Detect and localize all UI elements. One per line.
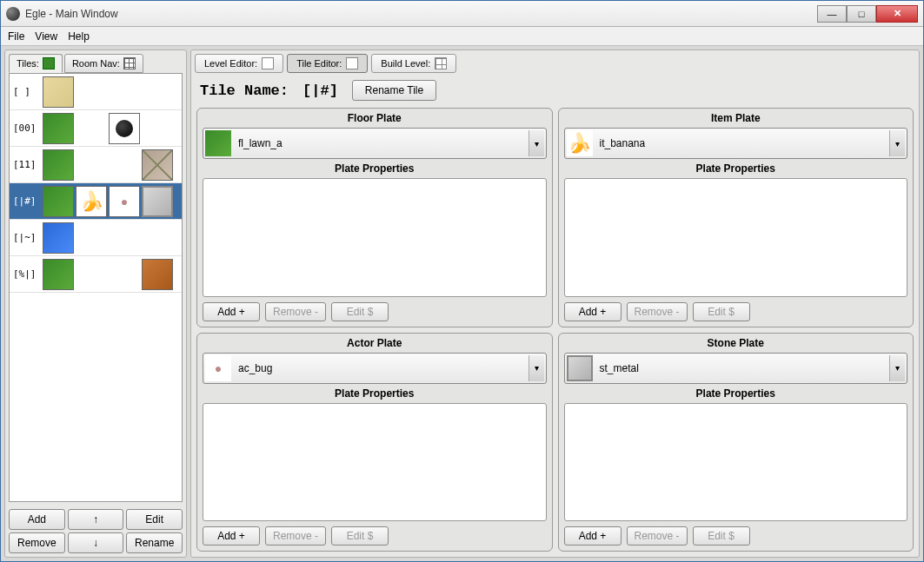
rename-button[interactable]: Rename bbox=[126, 532, 183, 553]
remove-prop-button[interactable]: Remove - bbox=[627, 526, 688, 545]
tile-thumb-floor bbox=[43, 259, 74, 290]
add-prop-button[interactable]: Add + bbox=[564, 302, 622, 321]
tile-thumb-stone bbox=[142, 186, 173, 217]
content-area: Tiles: Room Nav: [ ] [00] bbox=[1, 46, 923, 561]
floor-props-list[interactable] bbox=[203, 178, 547, 297]
actor-plate: Actor Plate ac_bug Plate Properties Add … bbox=[196, 333, 553, 552]
add-prop-button[interactable]: Add + bbox=[203, 526, 260, 545]
tile-row[interactable]: [%|] bbox=[10, 256, 182, 293]
menu-view[interactable]: View bbox=[35, 30, 57, 43]
tile-row[interactable]: [00] bbox=[10, 110, 182, 147]
tile-row[interactable]: [11] bbox=[10, 147, 182, 183]
menu-file[interactable]: File bbox=[8, 30, 24, 43]
tile-thumb-item bbox=[76, 186, 107, 217]
move-down-button[interactable]: ↓ bbox=[68, 532, 124, 553]
remove-prop-button[interactable]: Remove - bbox=[265, 302, 326, 321]
edit-prop-button[interactable]: Edit $ bbox=[693, 302, 750, 321]
tab-build-level[interactable]: Build Level: bbox=[371, 54, 456, 73]
remove-prop-button[interactable]: Remove - bbox=[265, 526, 326, 545]
tab-room-nav[interactable]: Room Nav: bbox=[64, 54, 143, 73]
stone-combo[interactable]: st_metal bbox=[564, 353, 908, 384]
plate-title: Actor Plate bbox=[203, 335, 547, 353]
grass-icon bbox=[205, 130, 231, 156]
tile-row[interactable]: [ ] bbox=[10, 74, 182, 110]
tab-tiles[interactable]: Tiles: bbox=[9, 54, 63, 73]
tile-thumb-floor bbox=[43, 76, 74, 108]
minimize-button[interactable] bbox=[817, 5, 847, 23]
add-button[interactable]: Add bbox=[9, 509, 65, 530]
edit-button[interactable]: Edit bbox=[126, 509, 183, 530]
chevron-down-icon[interactable] bbox=[528, 355, 544, 381]
window-title: Egle - Main Window bbox=[25, 8, 817, 20]
plates-grid: Floor Plate fl_lawn_a Plate Properties A… bbox=[191, 108, 919, 557]
edit-prop-button[interactable]: Edit $ bbox=[331, 526, 389, 545]
item-combo[interactable]: it_banana bbox=[564, 128, 908, 159]
menu-help[interactable]: Help bbox=[68, 30, 90, 43]
menubar: File View Help bbox=[1, 27, 923, 46]
edit-prop-button[interactable]: Edit $ bbox=[693, 526, 750, 545]
tiles-icon bbox=[43, 57, 55, 69]
move-up-button[interactable]: ↑ bbox=[68, 509, 124, 530]
tile-thumb-floor bbox=[43, 113, 74, 144]
tile-thumb-floor bbox=[43, 222, 74, 254]
tile-name-value: [|#] bbox=[302, 83, 338, 99]
chevron-down-icon[interactable] bbox=[889, 355, 905, 381]
stone-props-list[interactable] bbox=[564, 403, 908, 522]
tile-thumb-floor bbox=[43, 149, 74, 181]
metal-icon bbox=[567, 355, 593, 381]
tile-list-buttons: Add ↑ Edit Remove ↓ Rename bbox=[5, 506, 186, 557]
maximize-button[interactable] bbox=[847, 5, 876, 23]
tile-thumb-stone bbox=[142, 259, 173, 290]
add-prop-button[interactable]: Add + bbox=[203, 302, 260, 321]
remove-button[interactable]: Remove bbox=[9, 532, 65, 553]
item-props-list[interactable] bbox=[564, 178, 908, 297]
document-icon bbox=[262, 57, 274, 69]
tile-thumb-actor bbox=[109, 186, 140, 217]
app-icon bbox=[6, 7, 20, 21]
banana-icon bbox=[567, 130, 593, 156]
item-plate: Item Plate it_banana Plate Properties Ad… bbox=[558, 108, 914, 327]
tile-row[interactable]: [|#] bbox=[10, 183, 182, 220]
cursor-icon bbox=[346, 57, 358, 69]
grid-icon bbox=[123, 57, 136, 69]
tile-row[interactable]: [|~] bbox=[10, 220, 182, 256]
tile-thumb-stone bbox=[142, 149, 173, 181]
floor-plate: Floor Plate fl_lawn_a Plate Properties A… bbox=[196, 108, 553, 327]
tab-level-editor[interactable]: Level Editor: bbox=[195, 54, 283, 73]
tile-name-row: Tile Name: [|#] Rename Tile bbox=[191, 73, 919, 108]
chevron-down-icon[interactable] bbox=[889, 130, 905, 156]
plate-title: Item Plate bbox=[564, 110, 908, 128]
tab-tile-editor[interactable]: Tile Editor: bbox=[287, 54, 368, 73]
main-window: Egle - Main Window File View Help Tiles:… bbox=[0, 0, 924, 562]
blocks-icon bbox=[435, 57, 447, 69]
add-prop-button[interactable]: Add + bbox=[564, 526, 622, 545]
titlebar[interactable]: Egle - Main Window bbox=[1, 1, 923, 27]
plate-title: Stone Plate bbox=[564, 335, 908, 353]
close-button[interactable] bbox=[876, 5, 918, 23]
right-panel: Level Editor: Tile Editor: Build Level: … bbox=[190, 50, 920, 558]
chevron-down-icon[interactable] bbox=[528, 130, 544, 156]
left-panel: Tiles: Room Nav: [ ] [00] bbox=[4, 50, 187, 558]
tile-name-label: Tile Name: bbox=[200, 83, 289, 99]
plate-title: Floor Plate bbox=[203, 110, 547, 128]
rename-tile-button[interactable]: Rename Tile bbox=[352, 80, 436, 101]
actor-combo[interactable]: ac_bug bbox=[203, 353, 547, 384]
tile-thumb-actor bbox=[109, 113, 140, 144]
bug-icon bbox=[205, 355, 231, 381]
remove-prop-button[interactable]: Remove - bbox=[627, 302, 688, 321]
tile-thumb-floor bbox=[43, 186, 74, 217]
edit-prop-button[interactable]: Edit $ bbox=[331, 302, 389, 321]
tile-list[interactable]: [ ] [00] [11] [|#] bbox=[9, 73, 183, 502]
floor-combo[interactable]: fl_lawn_a bbox=[203, 128, 547, 159]
stone-plate: Stone Plate st_metal Plate Properties Ad… bbox=[558, 333, 914, 552]
actor-props-list[interactable] bbox=[203, 403, 547, 522]
